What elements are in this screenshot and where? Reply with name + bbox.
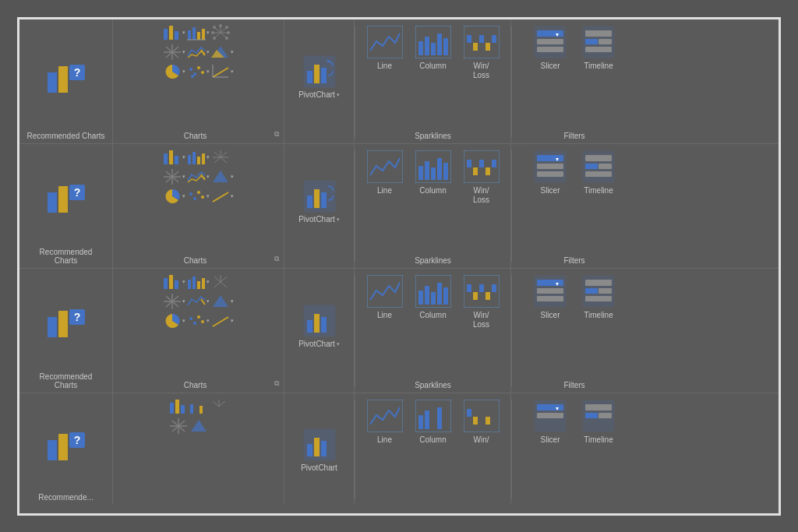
scatter-chart-btn-3[interactable]: ▾ — [163, 293, 185, 310]
scatter-chart-btn[interactable]: ▾ — [163, 44, 185, 61]
area-chart-btn-2[interactable]: ▾ — [187, 168, 210, 185]
recommended-charts-icon-4[interactable]: ? — [46, 426, 87, 467]
slicer-label-4: Slicer — [540, 435, 560, 445]
recommended-charts-icon-2[interactable]: ? — [46, 178, 87, 219]
network-chart-btn-3[interactable] — [211, 273, 234, 291]
column-sparkline-label-2: Column — [419, 186, 446, 196]
svg-rect-159 — [431, 292, 436, 305]
timeline-btn[interactable]: Timeline — [582, 26, 615, 130]
mountain-chart-btn-3[interactable]: ▾ — [211, 293, 234, 310]
sparkline-column-4[interactable]: Column — [415, 400, 451, 502]
sparkline-column[interactable]: Column — [415, 26, 451, 130]
svg-line-97 — [213, 192, 228, 202]
charts-label-2: Charts — [116, 255, 274, 265]
timeline-btn-3[interactable]: Timeline — [582, 275, 615, 379]
pie-chart-btn[interactable]: ▾ — [163, 63, 185, 80]
svg-rect-101 — [321, 192, 327, 208]
network-chart-btn-2[interactable] — [211, 149, 234, 166]
svg-rect-108 — [443, 163, 448, 180]
svg-marker-149 — [213, 295, 228, 307]
column-sparkline-label-4: Column — [419, 435, 446, 445]
section-sparklines-2: Line Column — [355, 144, 511, 268]
area-chart-btn-3[interactable]: ▾ — [187, 293, 210, 310]
dots-chart-btn-2[interactable]: ▾ — [187, 188, 210, 205]
svg-rect-154 — [321, 317, 327, 333]
line-chart-btn-4[interactable] — [189, 398, 208, 415]
section-recommended-2: ? RecommendedCharts — [19, 144, 113, 268]
dots-chart-btn-3[interactable]: ▾ — [187, 312, 210, 329]
recommended-charts-icon-3[interactable]: ? — [46, 303, 87, 344]
charts-expand-icon-3[interactable]: ⧉ — [274, 379, 279, 388]
pivot-chart-btn[interactable]: PivotChart ▾ — [298, 55, 340, 100]
sparkline-line-2[interactable]: Line — [367, 150, 403, 255]
sparkline-column-3[interactable]: Column — [415, 275, 451, 379]
sparkline-winloss-3[interactable]: Win/Loss — [464, 275, 500, 379]
bar-chart-btn-2[interactable]: ▾ — [163, 149, 185, 166]
svg-rect-124 — [48, 317, 57, 337]
recommended-charts-icon[interactable]: ? — [46, 58, 87, 99]
trend-chart-btn-3[interactable]: ▾ — [211, 312, 234, 329]
svg-rect-113 — [486, 167, 490, 175]
mountain-chart-btn-2[interactable]: ▾ — [211, 168, 234, 185]
charts-expand-icon-2[interactable]: ⧉ — [274, 255, 279, 263]
pivot-label-4: PivotChart — [301, 463, 337, 473]
svg-line-39 — [213, 68, 228, 77]
slicer-btn-4[interactable]: Slicer — [534, 400, 567, 502]
line-sparkline-label-3: Line — [377, 311, 392, 320]
slicer-btn[interactable]: Slicer — [534, 26, 567, 130]
pivot-chart-btn-3[interactable]: PivotChart ▾ — [298, 305, 340, 349]
line-chart-btn-2[interactable]: ▾ — [187, 149, 210, 166]
sparkline-column-2[interactable]: Column — [415, 150, 451, 255]
sparkline-winloss-2[interactable]: Win/Loss — [464, 150, 500, 255]
timeline-btn-2[interactable]: Timeline — [582, 150, 615, 255]
trend-chart-btn[interactable]: ▾ — [211, 63, 234, 80]
svg-point-88 — [201, 196, 204, 199]
svg-rect-213 — [598, 413, 612, 418]
bar-chart-btn-3[interactable]: ▾ — [163, 273, 185, 291]
line-sparkline-label-2: Line — [377, 186, 392, 196]
pivot-label-2: PivotChart — [298, 215, 335, 224]
svg-line-90 — [221, 152, 227, 157]
sparkline-winloss-4[interactable]: Win/ — [464, 400, 500, 502]
mountain-chart-btn[interactable]: ▾ — [211, 44, 234, 61]
line-chart-btn-3[interactable]: ▾ — [187, 273, 210, 291]
slicer-btn-3[interactable]: Slicer — [534, 275, 567, 379]
svg-rect-63 — [537, 47, 563, 52]
sparkline-line-3[interactable]: Line — [367, 275, 403, 379]
line-sparkline-label-4: Line — [377, 435, 392, 445]
pie-chart-btn-2[interactable]: ▾ — [163, 188, 185, 205]
sparkline-winloss[interactable]: Win/Loss — [464, 26, 500, 130]
bar-chart-btn-4[interactable] — [169, 398, 188, 415]
slicer-btn-2[interactable]: Slicer — [534, 150, 567, 255]
pie-chart-btn-3[interactable]: ▾ — [163, 312, 185, 329]
bar-chart-btn[interactable]: ▾ — [163, 24, 185, 41]
network-chart-btn[interactable] — [211, 24, 234, 41]
winloss-sparkline-label-2: Win/Loss — [473, 186, 489, 205]
charts-expand-icon[interactable]: ⧉ — [274, 130, 279, 139]
dots-chart-btn[interactable]: ▾ — [187, 63, 210, 80]
pivot-chart-btn-2[interactable]: PivotChart ▾ — [298, 180, 340, 224]
svg-rect-81 — [192, 152, 196, 164]
scatter-chart-btn-4[interactable] — [169, 417, 188, 435]
area-chart-btn[interactable]: ▾ — [187, 44, 210, 61]
svg-rect-211 — [585, 404, 612, 410]
scatter-chart-btn-2[interactable]: ▾ — [163, 168, 185, 185]
column-sparkline-label-3: Column — [419, 311, 446, 320]
sparkline-line-4[interactable]: Line — [367, 400, 403, 502]
svg-rect-177 — [48, 440, 57, 460]
trend-chart-btn-2[interactable]: ▾ — [211, 188, 234, 205]
svg-rect-50 — [425, 37, 429, 55]
svg-rect-123 — [585, 171, 612, 177]
section-charts-4 — [113, 393, 284, 505]
svg-rect-164 — [473, 292, 478, 300]
svg-point-31 — [225, 26, 228, 29]
mountain-chart-btn-4[interactable] — [189, 417, 208, 435]
svg-rect-195 — [307, 444, 312, 456]
timeline-btn-4[interactable]: Timeline — [582, 400, 615, 502]
line-chart-btn[interactable]: ▾ — [187, 24, 210, 41]
svg-rect-165 — [479, 284, 484, 292]
svg-rect-82 — [197, 157, 200, 164]
network-chart-btn-4[interactable] — [210, 398, 228, 415]
sparkline-line[interactable]: Line — [367, 26, 403, 130]
pivot-chart-btn-4[interactable]: PivotChart — [301, 428, 337, 473]
